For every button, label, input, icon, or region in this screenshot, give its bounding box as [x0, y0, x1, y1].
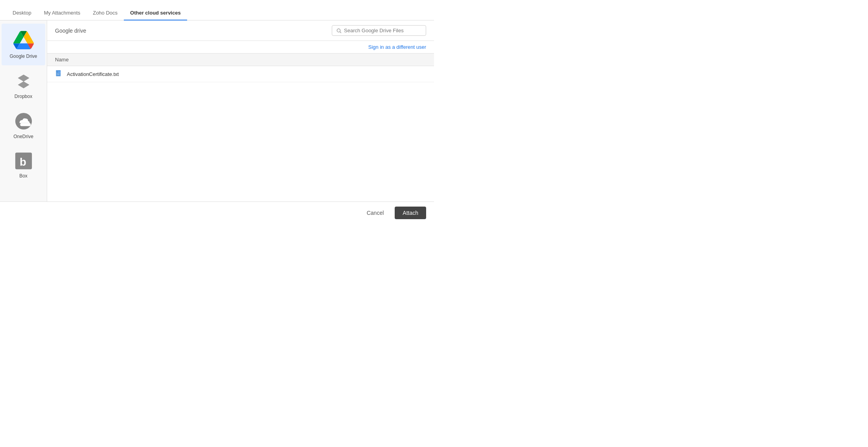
search-input[interactable]: [344, 28, 422, 33]
sidebar-item-dropbox-label: Dropbox: [15, 94, 32, 99]
svg-text:b: b: [19, 156, 26, 168]
tab-bar: Desktop My Attachments Zoho Docs Other c…: [0, 0, 434, 20]
svg-point-6: [337, 29, 340, 32]
sidebar-item-onedrive-label: OneDrive: [13, 134, 33, 139]
sidebar-item-google-drive[interactable]: Google Drive: [2, 24, 45, 65]
google-drive-icon: [13, 30, 34, 50]
content-area: Google drive Sign in as a different user…: [47, 20, 434, 201]
footer: Cancel Attach: [0, 201, 434, 224]
svg-line-7: [340, 31, 341, 33]
search-icon: [336, 28, 342, 33]
sidebar-item-box[interactable]: b Box: [2, 146, 45, 185]
content-header: Google drive: [47, 20, 434, 41]
box-icon: b: [15, 152, 33, 170]
sidebar-item-google-drive-label: Google Drive: [9, 54, 37, 59]
svg-marker-2: [18, 81, 29, 88]
svg-rect-10: [56, 70, 61, 72]
tab-my-attachments[interactable]: My Attachments: [38, 6, 86, 20]
sign-in-link-container: Sign in as a different user: [47, 41, 434, 54]
file-list-header: Name: [47, 54, 434, 66]
table-row[interactable]: TXT ActivationCertificate.txt: [47, 66, 434, 82]
sign-in-link[interactable]: Sign in as a different user: [368, 44, 426, 50]
file-list: TXT ActivationCertificate.txt: [47, 66, 434, 201]
sidebar-item-onedrive[interactable]: OneDrive: [2, 105, 45, 146]
svg-text:TXT: TXT: [57, 73, 60, 75]
svg-marker-1: [18, 75, 29, 81]
content-title: Google drive: [55, 28, 86, 34]
file-name: ActivationCertificate.txt: [67, 71, 119, 77]
attach-button[interactable]: Attach: [395, 207, 426, 219]
file-txt-icon: TXT: [55, 70, 63, 78]
sidebar-item-box-label: Box: [19, 173, 28, 179]
search-box[interactable]: [332, 25, 426, 36]
tab-other-cloud[interactable]: Other cloud services: [124, 6, 187, 20]
main-layout: Google Drive Dropbox OneDrive: [0, 20, 434, 201]
tab-zoho-docs[interactable]: Zoho Docs: [86, 6, 124, 20]
sidebar: Google Drive Dropbox OneDrive: [0, 20, 47, 201]
onedrive-icon: [14, 112, 33, 131]
tab-desktop[interactable]: Desktop: [6, 6, 38, 20]
dropbox-icon: [14, 72, 33, 91]
cancel-button[interactable]: Cancel: [360, 207, 390, 219]
sidebar-item-dropbox[interactable]: Dropbox: [2, 65, 45, 105]
